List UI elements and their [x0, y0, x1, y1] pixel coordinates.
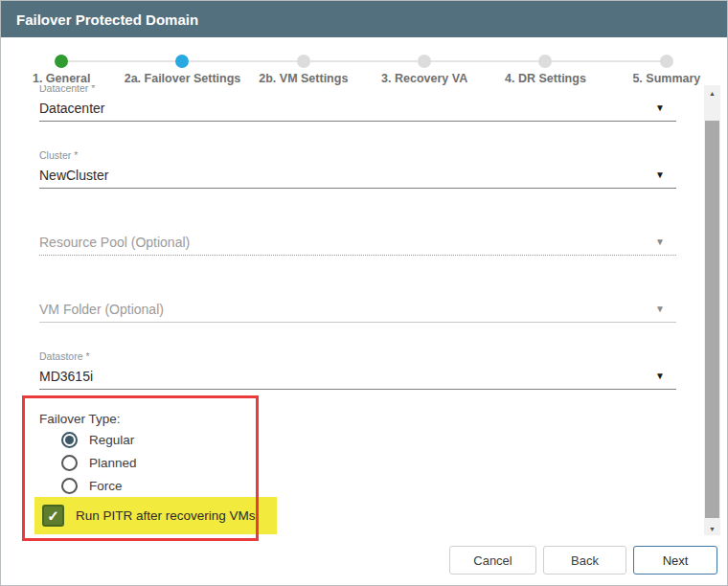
pitr-checkbox-label: Run PITR after recovering VMs	[76, 508, 256, 523]
radio-label: Planned	[89, 456, 137, 470]
failover-protected-domain-dialog: Failover Protected Domain 1. General 2a.…	[0, 0, 728, 586]
step-general[interactable]: 1. General	[1, 37, 122, 85]
next-button[interactable]: Next	[633, 546, 717, 575]
step-dot-active-icon	[175, 55, 189, 68]
step-vm-settings[interactable]: 2b. VM Settings	[243, 37, 364, 85]
step-label: 2a. Failover Settings	[125, 72, 241, 85]
datacenter-select[interactable]: Datacenter ▼	[39, 95, 676, 122]
step-dot-done-icon	[55, 55, 68, 68]
radio-unselected-icon	[61, 478, 78, 494]
step-dot-todo-icon	[538, 55, 552, 68]
field-label	[39, 215, 676, 229]
radio-label: Regular	[89, 433, 134, 447]
step-label: 5. Summary	[632, 72, 700, 85]
step-recovery-va[interactable]: 3. Recovery VA	[364, 37, 485, 85]
checkbox-checked-icon: ✓	[42, 505, 64, 527]
field-value: Datacenter	[39, 101, 104, 116]
field-label	[39, 282, 676, 296]
scrollbar-thumb[interactable]	[705, 121, 719, 518]
dropdown-arrow-icon: ▼	[655, 169, 676, 180]
field-datastore: Datastore * MD3615i ▼	[39, 349, 676, 390]
dropdown-arrow-icon: ▼	[655, 304, 676, 314]
datastore-select[interactable]: MD3615i ▼	[39, 363, 676, 390]
radio-selected-icon	[61, 432, 78, 448]
radio-planned[interactable]: Planned	[61, 451, 676, 474]
step-dot-todo-icon	[660, 55, 673, 68]
radio-unselected-icon	[61, 455, 78, 471]
scroll-up-arrow-icon[interactable]: ▲	[704, 85, 720, 101]
vertical-scrollbar: ▲ ▼	[704, 85, 720, 537]
wizard-stepper: 1. General 2a. Failover Settings 2b. VM …	[1, 37, 727, 85]
resource-pool-select: Resource Pool (Optional) ▼	[39, 229, 676, 256]
field-value: NewCluster	[39, 168, 108, 183]
dialog-title: Failover Protected Domain	[16, 11, 198, 28]
failover-type-radio-group: Regular Planned Force	[61, 428, 676, 497]
field-value: MD3615i	[39, 369, 93, 384]
step-summary[interactable]: 5. Summary	[606, 37, 727, 85]
dialog-header: Failover Protected Domain	[1, 1, 727, 37]
failover-type-section: Failover Type: Regular Planned Force	[39, 413, 676, 534]
cluster-select[interactable]: NewCluster ▼	[39, 162, 676, 189]
field-vm-folder: VM Folder (Optional) ▼	[39, 282, 676, 323]
dropdown-arrow-icon: ▼	[655, 237, 676, 247]
radio-label: Force	[89, 479, 123, 493]
step-label: 1. General	[33, 72, 90, 85]
radio-regular[interactable]: Regular	[61, 428, 676, 451]
dropdown-arrow-icon: ▼	[655, 102, 676, 113]
pitr-checkbox-row[interactable]: ✓ Run PITR after recovering VMs	[34, 497, 277, 534]
step-dot-todo-icon	[297, 55, 310, 68]
field-placeholder: VM Folder (Optional)	[39, 302, 164, 317]
step-dot-todo-icon	[418, 55, 431, 68]
step-dr-settings[interactable]: 4. DR Settings	[485, 37, 605, 85]
step-label: 3. Recovery VA	[381, 72, 467, 85]
radio-force[interactable]: Force	[61, 474, 676, 497]
field-label: Datacenter *	[39, 85, 676, 95]
field-resource-pool: Resource Pool (Optional) ▼	[39, 215, 676, 256]
field-datacenter: Datacenter * Datacenter ▼	[39, 85, 676, 122]
failover-type-label: Failover Type:	[39, 413, 676, 426]
vm-folder-select: VM Folder (Optional) ▼	[39, 296, 676, 323]
dialog-footer: Cancel Back Next	[1, 535, 727, 585]
scrollable-form-area: Datacenter * Datacenter ▼ Cluster * NewC…	[1, 85, 704, 537]
cancel-button[interactable]: Cancel	[449, 546, 536, 575]
field-label: Cluster *	[39, 148, 676, 162]
check-icon: ✓	[47, 507, 59, 525]
back-button[interactable]: Back	[543, 546, 626, 575]
step-failover-settings[interactable]: 2a. Failover Settings	[122, 37, 242, 85]
step-label: 2b. VM Settings	[259, 72, 348, 85]
dropdown-arrow-icon: ▼	[655, 371, 676, 381]
field-label: Datastore *	[39, 349, 676, 363]
field-placeholder: Resource Pool (Optional)	[39, 235, 190, 250]
field-cluster: Cluster * NewCluster ▼	[39, 148, 676, 189]
step-label: 4. DR Settings	[505, 72, 586, 85]
